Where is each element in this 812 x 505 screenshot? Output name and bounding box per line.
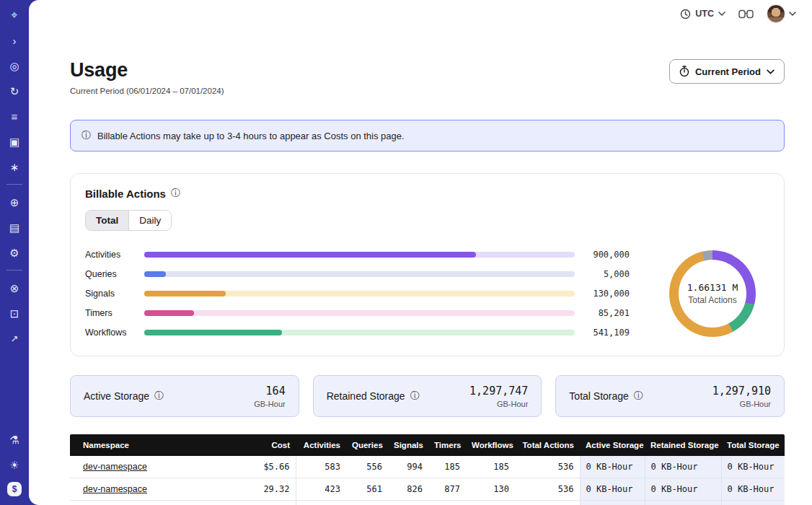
card-title: Billable Actions [85,188,166,200]
schedules-icon[interactable]: ≡ [6,108,22,124]
stat-unit: GB-Hour [712,400,771,408]
col-activities: Activities [296,434,346,456]
bar-track [144,252,575,258]
chevron-down-icon [789,12,796,16]
stat-unit: GB-Hour [469,400,528,408]
page-title: Usage [70,59,224,82]
timezone-label: UTC [695,9,714,19]
cell-activities: 583 [296,456,346,478]
billing-icon[interactable]: ▤ [6,219,22,235]
stat-card-total-storage: Total Storageⓘ 1,297,910GB-Hour [555,375,785,417]
sidebar: ⌖ › ◎ ↻ ≡ ▣ ∗ ⊕ ▤ ⚙ ⊗ ⊡ ↗ ⚗ ☀ $ [0,0,29,505]
col-queries: Queries [346,434,388,456]
cell-activities: 423 [296,478,346,501]
stat-card-retained-storage: Retained Storageⓘ 1,297,747GB-Hour [313,375,542,417]
namespace-usage-table: Namespace Cost Activities Queries Signal… [70,434,785,505]
cell-workflows: 185 [466,456,515,478]
deployments-icon[interactable]: ▣ [6,133,22,149]
theme-sun-icon[interactable]: ☀ [6,457,22,473]
info-icon[interactable]: ⓘ [634,390,643,403]
stat-label: Retained Storage [327,390,405,402]
sidebar-divider [6,184,22,185]
settings-gear-icon[interactable]: ⚙ [6,245,22,260]
donut-center: 1.66131 M Total Actions [687,282,738,305]
bar-label: Activities [85,250,136,260]
bar-value: 541,109 [583,328,630,338]
bar-track [144,271,575,277]
avatar [767,4,785,23]
cell-total-storage: 0 KB-Hour [721,456,785,478]
cell-total-storage: 0 KB-Hour [721,478,785,501]
stopwatch-icon [679,66,689,77]
goggles-icon[interactable] [738,9,754,19]
support-dollar-icon[interactable]: $ [7,482,22,496]
bar-fill [144,330,282,335]
col-active-storage: Active Storage [580,434,645,456]
cell-retained-storage: 0 KB-Hour [645,456,721,478]
cell-total-actions: 536 [515,456,580,478]
col-signals: Signals [388,434,428,456]
stat-label: Active Storage [84,390,149,402]
col-workflows: Workflows [466,434,515,456]
chart-view-tabs: Total Daily [85,210,172,231]
cell-timers: 185 [428,456,466,478]
table-header-row: Namespace Cost Activities Queries Signal… [70,434,785,456]
labs-flask-icon[interactable]: ⚗ [6,431,22,447]
cell-workflows: 130 [466,478,515,501]
usage-bar-row: Queries 5,000 [85,268,630,280]
cell-timers: 816 [428,501,466,505]
info-icon[interactable]: ⓘ [154,390,164,403]
cell-signals: 994 [388,456,428,478]
account-menu[interactable] [767,4,796,23]
main-panel: UTC Usage Current Period (06/01/2024 – 0… [29,0,812,505]
bar-value: 130,000 [583,289,630,299]
cell-active-storage: 0 KB-Hour [580,456,645,478]
topbar: UTC [29,0,812,27]
info-icon[interactable]: ⓘ [410,390,420,403]
col-namespace: Namespace [70,434,245,456]
bar-fill [144,252,476,258]
stat-value: 1,297,747 [469,385,528,398]
cell-signals: 826 [388,478,428,501]
col-timers: Timers [428,434,466,456]
cell-retained-storage: 0 KB-Hour [645,478,721,501]
namespace-link[interactable]: dev-namespace [83,462,147,472]
promote-icon[interactable]: ↗ [6,330,22,346]
usage-icon[interactable]: ⊕ [6,194,22,210]
bar-track [144,310,575,316]
workflows-icon[interactable]: ↻ [6,83,22,99]
cell-total-storage: 0 KB-Hour [721,501,785,505]
cell-activities: 492 [296,501,346,505]
bar-label: Timers [85,308,136,318]
namespaces-icon[interactable]: ◎ [6,58,22,74]
info-banner-text: Billable Actions may take up to 3-4 hour… [97,131,405,141]
col-retained-storage: Retained Storage [645,434,721,456]
bar-label: Signals [85,289,136,299]
tab-total[interactable]: Total [86,211,128,230]
timezone-selector[interactable]: UTC [680,9,725,19]
expand-sidebar-icon[interactable]: › [6,32,22,48]
cell-timers: 877 [428,478,466,501]
tab-daily[interactable]: Daily [128,211,171,230]
bar-track [144,291,575,297]
usage-bar-row: Workflows 541,109 [85,326,630,338]
donut-total-value: 1.66131 M [687,282,738,293]
col-total-actions: Total Actions [515,434,580,456]
sidebar-bottom-group: ⚗ ☀ $ [6,431,22,496]
sidebar-divider [6,270,22,271]
bar-fill [144,271,166,277]
bar-value: 5,000 [583,269,630,279]
billable-actions-card: Billable Actions ⓘ Total Daily Activitie… [70,173,785,356]
namespace-link[interactable]: dev-namespace [83,484,147,494]
info-icon[interactable]: ⓘ [171,187,180,200]
cell-signals: 883 [388,501,428,505]
incidents-icon[interactable]: ⊗ [6,280,22,296]
docs-icon[interactable]: ⊡ [6,305,22,321]
stat-card-active-storage: Active Storageⓘ 164GB-Hour [70,375,299,417]
cell-cost: $3.35 [245,501,296,505]
chevron-down-icon [718,12,725,16]
table-row: dev-namespace $5.66 583 556 994 185 185 … [70,456,785,478]
nexus-icon[interactable]: ∗ [6,159,22,175]
total-actions-donut: 1.66131 M Total Actions [656,250,769,337]
period-selector-button[interactable]: Current Period [669,59,785,84]
